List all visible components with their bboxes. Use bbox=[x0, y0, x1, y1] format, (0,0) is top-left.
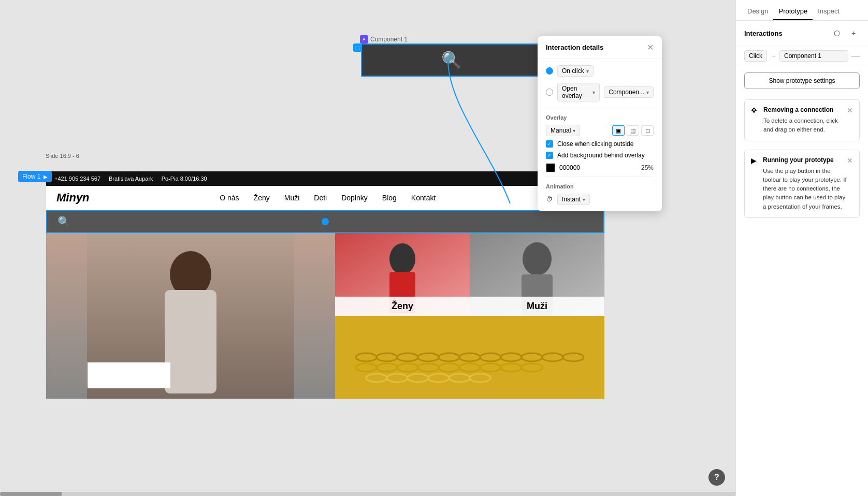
running-prototype-close[interactable]: ✕ bbox=[847, 156, 853, 165]
component-label: ✦ Component 1 bbox=[360, 35, 408, 43]
position-dropdown[interactable]: Manual ▾ bbox=[546, 125, 580, 136]
close-clicking-outside-row: ✓ Close when clicking outside bbox=[546, 140, 654, 148]
hero-card-zeny: Ženy bbox=[335, 233, 470, 316]
component-dropdown[interactable]: Componen... ▾ bbox=[604, 86, 654, 98]
svg-point-4 bbox=[389, 243, 415, 274]
overlay-position-row: Manual ▾ ▣ ◫ ◻ bbox=[546, 125, 654, 136]
add-interaction-button[interactable]: + bbox=[847, 27, 860, 39]
click-trigger-badge[interactable]: Click bbox=[744, 50, 767, 62]
running-prototype-body: Use the play button in the toolbar to pl… bbox=[763, 167, 847, 211]
animation-section-title: Animation bbox=[546, 183, 654, 189]
hero-left bbox=[46, 233, 335, 399]
position-caret: ▾ bbox=[573, 128, 575, 134]
animation-divider bbox=[546, 177, 654, 177]
site-nav: Minyn O nás Ženy Muži Deti Doplnky Blog … bbox=[46, 186, 604, 210]
play-icon: ▶ bbox=[751, 156, 757, 165]
hero-card-muzi: Muži bbox=[470, 233, 604, 316]
color-swatch[interactable] bbox=[546, 163, 555, 172]
action-label: Open overlay bbox=[562, 85, 590, 99]
arrow-icon: → bbox=[770, 52, 776, 60]
topbar-phone: +421 905 234 567 bbox=[54, 176, 100, 182]
overlay-icons-group: ▣ ◫ ◻ bbox=[612, 125, 654, 136]
add-background-row: ✓ Add background behind overlay bbox=[546, 152, 654, 159]
flow-play-icon[interactable]: ▶ bbox=[44, 174, 48, 180]
header-icons: ⬡ + bbox=[831, 27, 860, 39]
trigger-caret: ▾ bbox=[586, 68, 589, 74]
main-search-frame[interactable]: 🔍 bbox=[361, 43, 542, 77]
opacity-value: 25% bbox=[641, 164, 654, 171]
zeny-label: Ženy bbox=[335, 297, 470, 316]
close-clicking-label: Close when clicking outside bbox=[557, 140, 633, 148]
removing-connection-header: ✥ Removing a connection To delete a conn… bbox=[751, 106, 853, 135]
tab-inspect[interactable]: Inspect bbox=[813, 3, 845, 20]
site-hero: Ženy bbox=[46, 233, 604, 399]
interactions-header: Interactions ⬡ + bbox=[736, 21, 868, 46]
website-mockup: +421 905 234 567 Bratislava Aupark Po-Pi… bbox=[46, 171, 605, 399]
nav-zeny[interactable]: Ženy bbox=[254, 194, 270, 202]
nav-links: O nás Ženy Muži Deti Doplnky Blog Kontak… bbox=[220, 194, 436, 202]
search-overlay-bar[interactable]: 🔍 bbox=[46, 210, 604, 233]
animation-row: ⏱ Instant ▾ bbox=[546, 194, 654, 205]
add-background-label: Add background behind overlay bbox=[557, 152, 645, 159]
tab-design[interactable]: Design bbox=[742, 3, 773, 20]
svg-rect-9 bbox=[335, 316, 604, 399]
overlay-section-title: Overlay bbox=[546, 114, 654, 121]
position-label: Manual bbox=[551, 127, 571, 134]
trigger-row: On click ▾ bbox=[546, 65, 654, 77]
nav-o-nas[interactable]: O nás bbox=[220, 194, 239, 202]
hero-right-top: Ženy bbox=[335, 233, 604, 316]
animation-label: Instant bbox=[562, 196, 581, 203]
animation-dropdown[interactable]: Instant ▾ bbox=[557, 194, 590, 205]
modal-title: Interaction details bbox=[546, 43, 603, 51]
modal-divider bbox=[546, 108, 654, 108]
running-prototype-title: Running your prototype bbox=[763, 156, 847, 164]
close-clicking-checkbox[interactable]: ✓ bbox=[546, 140, 553, 148]
link-icon-btn[interactable]: ⬡ bbox=[831, 27, 843, 39]
animation-icon: ⏱ bbox=[546, 196, 553, 203]
trigger-dropdown[interactable]: On click ▾ bbox=[557, 65, 594, 77]
topbar-left: +421 905 234 567 Bratislava Aupark Po-Pi… bbox=[54, 176, 207, 182]
flow-label[interactable]: Flow 1 ▶ bbox=[18, 171, 52, 182]
removing-connection-close[interactable]: ✕ bbox=[847, 106, 853, 114]
overlay-icon-left[interactable]: ◫ bbox=[627, 125, 639, 136]
search-icon: 🔍 bbox=[441, 50, 462, 70]
interactions-title: Interactions bbox=[744, 30, 783, 37]
trigger-icon bbox=[546, 67, 553, 75]
scrollbar-thumb[interactable] bbox=[0, 492, 62, 496]
action-row: Open overlay ▾ Componen... ▾ bbox=[546, 83, 654, 101]
nav-deti[interactable]: Deti bbox=[314, 194, 327, 202]
frame-handle[interactable]: ⬚ bbox=[353, 43, 361, 52]
nav-kontakt[interactable]: Kontakt bbox=[411, 194, 436, 202]
overlay-icon-right[interactable]: ◻ bbox=[641, 125, 654, 136]
removing-connection-body: To delete a connection, click and drag o… bbox=[763, 116, 847, 135]
hero-right-bottom: Doplnky bbox=[335, 316, 604, 399]
nav-blog[interactable]: Blog bbox=[382, 194, 397, 202]
tab-prototype[interactable]: Prototype bbox=[773, 3, 813, 20]
cursor-icon: ✥ bbox=[751, 106, 757, 114]
component-target-badge[interactable]: Component 1 bbox=[779, 50, 848, 62]
show-prototype-button[interactable]: Show prototype settings bbox=[744, 72, 860, 89]
running-prototype-section: ▶ Running your prototype Use the play bu… bbox=[744, 150, 860, 218]
interaction-modal: Interaction details ✕ On click ▾ Open ov… bbox=[538, 36, 662, 211]
muzi-label: Muži bbox=[470, 297, 604, 316]
overlay-icon-center[interactable]: ▣ bbox=[612, 125, 625, 136]
canvas-scrollbar[interactable] bbox=[0, 492, 735, 496]
trigger-label: On click bbox=[562, 67, 584, 75]
color-value: 000000 bbox=[559, 164, 637, 171]
animation-caret: ▾ bbox=[583, 197, 585, 202]
nav-doplnky[interactable]: Doplnky bbox=[341, 194, 368, 202]
add-background-checkbox[interactable]: ✓ bbox=[546, 152, 553, 159]
component-icon: ✦ bbox=[360, 35, 368, 43]
canvas: Slide 16:9 - 6 Flow 1 ▶ ✦ Component 1 ⬚ … bbox=[0, 0, 735, 496]
topbar-location: Bratislava Aupark bbox=[109, 176, 153, 182]
action-caret: ▾ bbox=[592, 90, 595, 95]
interaction-row: Click → Component 1 — bbox=[736, 46, 868, 66]
svg-rect-2 bbox=[165, 290, 216, 393]
modal-close-button[interactable]: ✕ bbox=[647, 42, 654, 52]
nav-muzi[interactable]: Muži bbox=[284, 194, 300, 202]
removing-connection-title: Removing a connection bbox=[763, 106, 847, 113]
remove-interaction-button[interactable]: — bbox=[851, 51, 860, 61]
action-dropdown[interactable]: Open overlay ▾ bbox=[557, 83, 600, 101]
help-button[interactable]: ? bbox=[708, 469, 725, 486]
topbar-hours: Po-Pia 8:00/16:30 bbox=[162, 176, 207, 182]
